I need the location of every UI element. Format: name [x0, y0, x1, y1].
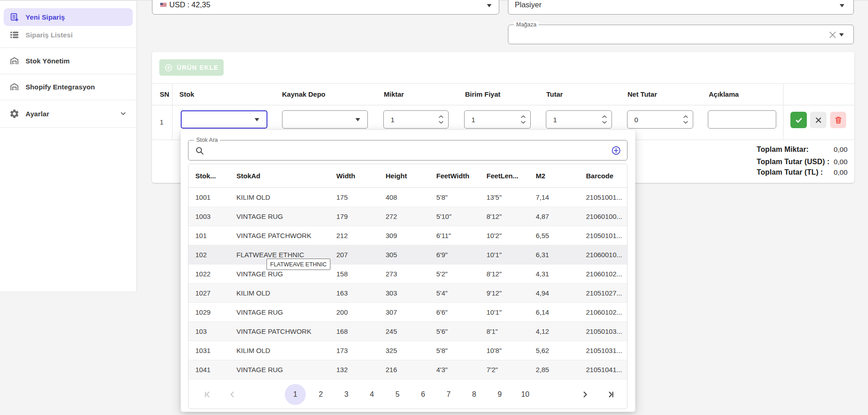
column-header-net-tutar: Net Tutar — [627, 83, 657, 105]
currency-value: USD : 42,35 — [169, 0, 210, 9]
aciklama-input[interactable] — [708, 110, 776, 129]
table-border — [783, 83, 784, 140]
sidebar-item-label: Yeni Sipariş — [26, 13, 65, 21]
page-button[interactable]: 5 — [387, 384, 408, 405]
stock-table-body: 1001KILIM OLD1754085'8"13'5"7,1421051001… — [188, 188, 627, 379]
stock-cell: 6'9" — [429, 245, 480, 264]
stock-cell: 175 — [329, 188, 379, 207]
currency-select[interactable]: USD : 42,35 — [152, 0, 499, 15]
confirm-row-button[interactable] — [790, 112, 807, 128]
stock-table: Stok...StokAdWidthHeightFeetWidthFeetLen… — [188, 164, 627, 409]
tutar-input[interactable]: 1 — [546, 110, 612, 129]
sidebar-item-label: Shopify Entegrasyon — [26, 83, 95, 91]
stock-cell: 179 — [329, 207, 379, 226]
previous-page-icon[interactable] — [227, 389, 237, 399]
stock-search-input[interactable] — [209, 141, 610, 160]
stock-cell: 2,85 — [529, 360, 579, 379]
page-button[interactable]: 4 — [361, 384, 382, 405]
page-button[interactable]: 9 — [489, 384, 510, 405]
stepper-arrows[interactable] — [439, 111, 444, 128]
stock-cell: VINTAGE RUG — [230, 207, 329, 226]
list-icon — [9, 30, 20, 40]
stock-row[interactable]: 1031KILIM OLD1733255'8"10'8"5,6221051031… — [188, 341, 627, 360]
stok-select[interactable] — [181, 110, 267, 129]
stock-cell: 21051031... — [579, 341, 627, 360]
stock-cell: KILIM OLD — [230, 341, 329, 360]
stock-cell: 272 — [379, 207, 429, 226]
stock-cell: 5'6" — [429, 322, 480, 341]
total-tutar-usd-label: Toplam Tutar (USD) : — [757, 158, 830, 166]
sidebar-item-stok-yonetim[interactable]: Stok Yönetim — [0, 47, 136, 74]
row-sn-value: 1 — [160, 104, 163, 140]
add-product-button[interactable]: ÜRÜN EKLE — [159, 59, 224, 76]
kaynak-depo-select[interactable] — [282, 110, 368, 129]
stock-row[interactable]: 1003VINTAGE RUG1792725'10"8'12"4,8721060… — [188, 207, 627, 226]
miktar-input[interactable]: 1 — [383, 110, 449, 129]
page-button[interactable]: 8 — [464, 384, 485, 405]
stock-row[interactable]: 102FLATWEAVE ETHNIC2073056'9"10'1"6,3121… — [188, 245, 627, 265]
stock-cell: 13'5" — [480, 188, 529, 207]
add-product-label: ÜRÜN EKLE — [177, 64, 219, 71]
dropdown-arrow-icon — [840, 4, 844, 7]
paginator: 12345678910 — [188, 379, 627, 409]
dropdown-arrow-icon — [356, 118, 360, 121]
page-button[interactable]: 10 — [515, 384, 536, 405]
stock-table-header: Stok...StokAdWidthHeightFeetWidthFeetLen… — [188, 164, 627, 188]
stock-cell: 1029 — [188, 303, 230, 322]
stock-cell: 5'4" — [429, 284, 480, 302]
stepper-arrows[interactable] — [521, 111, 526, 128]
first-page-icon[interactable] — [203, 389, 213, 399]
last-page-icon[interactable] — [606, 389, 616, 399]
next-page-icon[interactable] — [580, 389, 590, 399]
sidebar-item-shopify-entegrasyon[interactable]: Shopify Entegrasyon — [0, 74, 136, 100]
stock-cell: 21051041... — [579, 360, 627, 379]
stock-row[interactable]: 1041VINTAGE RUG1322164'3"7'2"2,852105104… — [188, 360, 627, 379]
stock-row[interactable]: 101VINTAGE PATCHWORK2123096'11"10'2"6,55… — [188, 226, 627, 245]
stock-cell: 1031 — [188, 341, 230, 360]
sidebar-item-yeni-siparis[interactable]: Yeni Sipariş — [4, 8, 133, 26]
sidebar-item-ayarlar[interactable]: Ayarlar — [0, 100, 136, 127]
stock-row[interactable]: 1022VINTAGE RUG1582735'2"8'12"4,31210601… — [188, 265, 627, 284]
cancel-row-button[interactable] — [810, 112, 826, 128]
magaza-select[interactable]: Mağaza — [508, 25, 854, 44]
magaza-label: Mağaza — [514, 21, 539, 28]
stock-cell: 4'3" — [429, 360, 480, 379]
birim-fiyat-input[interactable]: 1 — [464, 110, 531, 129]
stock-cell: 6'6" — [429, 303, 480, 322]
stock-column-header: StokAd — [230, 164, 329, 187]
search-icon — [194, 145, 205, 156]
delete-row-button[interactable] — [830, 112, 846, 128]
column-header-tutar: Tutar — [546, 83, 563, 105]
stock-column-header: FeetWidth — [429, 164, 480, 187]
stock-cell: VINTAGE PATCHWORK — [230, 226, 329, 245]
stock-cell: 10'1" — [480, 245, 529, 264]
page-button[interactable]: 1 — [285, 384, 306, 405]
stock-cell: 1003 — [188, 207, 230, 226]
stock-search-field[interactable]: Stok Ara — [188, 140, 627, 161]
dropdown-arrow-icon — [255, 118, 259, 121]
stock-row[interactable]: 1029VINTAGE RUG2003076'6"10'1"6,14210601… — [188, 303, 627, 322]
clear-icon[interactable] — [828, 30, 837, 40]
stock-cell: 6,14 — [529, 303, 579, 322]
add-stock-icon[interactable] — [611, 145, 621, 156]
sidebar-item-label: Sipariş Listesi — [26, 31, 73, 39]
stock-cell: 8'1" — [480, 322, 529, 341]
trash-icon — [834, 115, 843, 124]
stock-cell: 408 — [379, 188, 429, 207]
close-icon — [815, 116, 822, 124]
page-button[interactable]: 3 — [336, 384, 357, 405]
sidebar-item-siparis-listesi[interactable]: Sipariş Listesi — [0, 26, 136, 43]
miktar-value: 1 — [391, 111, 394, 128]
page-button[interactable]: 7 — [438, 384, 459, 405]
stock-cell: 5'2" — [429, 265, 480, 283]
stock-row[interactable]: 1001KILIM OLD1754085'8"13'5"7,1421051001… — [188, 188, 627, 207]
page-button[interactable]: 6 — [413, 384, 434, 405]
stock-row[interactable]: 1027KILIM OLD1633035'4"9'12"4,9421051027… — [188, 284, 627, 303]
net-tutar-input[interactable]: 0 — [627, 110, 693, 129]
stepper-arrows[interactable] — [683, 111, 688, 128]
stock-column-header: Height — [379, 164, 429, 187]
page-button[interactable]: 2 — [310, 384, 331, 405]
stock-row[interactable]: 103VINTAGE PATCHWORK1682455'6"8'1"4,1221… — [188, 322, 627, 341]
stepper-arrows[interactable] — [602, 111, 607, 128]
plasiyer-select[interactable]: Plasiyer — [508, 0, 854, 15]
